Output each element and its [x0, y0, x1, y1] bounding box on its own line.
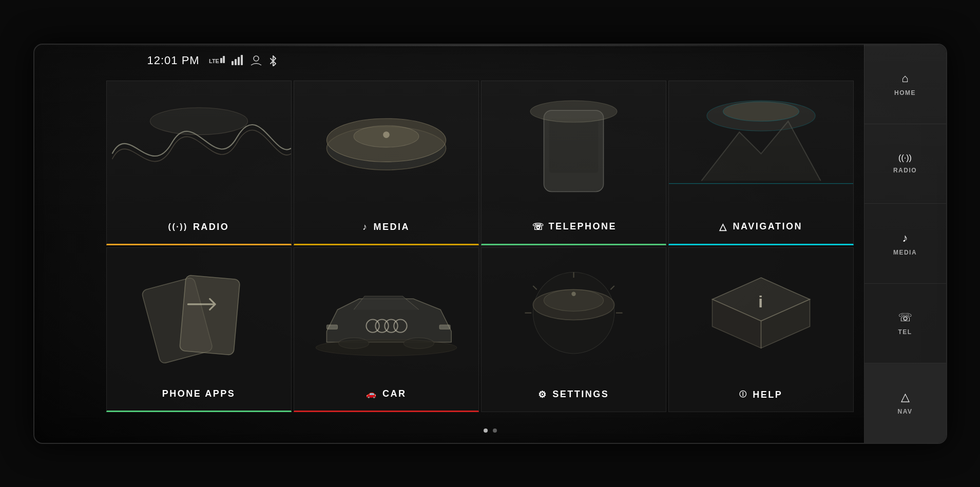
svg-point-17 [723, 102, 799, 121]
page-dot-1[interactable] [484, 428, 488, 433]
sidebar-item-nav[interactable]: △ NAV [864, 363, 946, 442]
settings-icon: ⚙ [538, 389, 548, 400]
right-sidebar: ⌂ HOME ((·)) RADIO ♪ MEDIA ☏ TEL △ NAV [864, 45, 946, 443]
svg-text:i: i [758, 293, 763, 311]
lte-icon: LTE [209, 55, 225, 66]
navigation-label: △ NAVIGATION [719, 221, 802, 232]
tile-telephone[interactable]: ☏ TELEPHONE [481, 81, 666, 245]
svg-rect-27 [326, 325, 337, 329]
navigation-icon: △ [719, 221, 728, 232]
radio-art [107, 81, 291, 216]
page-dot-2[interactable] [493, 428, 497, 433]
svg-text:LTE: LTE [209, 58, 219, 64]
tile-media[interactable]: ♪ MEDIA [294, 81, 479, 245]
main-screen: 12:01 PM LTE [33, 44, 947, 444]
svg-rect-6 [241, 55, 243, 65]
svg-rect-20 [179, 275, 240, 355]
tile-radio[interactable]: ((·)) RADIO [106, 81, 292, 245]
radio-icon-symbol: ((·)) [168, 222, 188, 231]
page-indicators [484, 428, 497, 433]
car-art [294, 248, 478, 382]
settings-art [482, 248, 666, 383]
sidebar-item-radio[interactable]: ((·)) RADIO [864, 124, 946, 204]
user-icon [250, 55, 262, 66]
help-icon: ⓘ [739, 390, 748, 399]
svg-rect-1 [220, 58, 222, 63]
status-bar: 12:01 PM LTE [147, 54, 278, 67]
svg-point-7 [254, 56, 259, 61]
phone-apps-label: PHONE APPS [162, 388, 235, 399]
telephone-icon: ☏ [530, 221, 544, 232]
sidebar-tel-icon: ☏ [898, 311, 912, 324]
svg-line-35 [610, 285, 614, 289]
sidebar-item-media[interactable]: ♪ MEDIA [864, 204, 946, 283]
tile-navigation[interactable]: △ NAVIGATION [668, 81, 854, 245]
sidebar-item-home[interactable]: ⌂ HOME [864, 45, 946, 124]
svg-point-12 [383, 131, 390, 138]
sidebar-media-icon: ♪ [902, 231, 908, 245]
navigation-art [669, 81, 853, 216]
telephone-art [482, 81, 666, 216]
svg-rect-3 [232, 61, 234, 65]
settings-label: ⚙ SETTINGS [538, 389, 609, 400]
svg-point-8 [150, 107, 247, 134]
sidebar-nav-label: NAV [898, 408, 913, 415]
help-art: i [669, 248, 853, 383]
signal-icon [232, 55, 244, 66]
media-art [294, 81, 478, 216]
telephone-label: ☏ TELEPHONE [530, 221, 617, 232]
car-icon: 🚗 [366, 389, 378, 399]
sidebar-media-label: MEDIA [893, 249, 917, 256]
bluetooth-icon [268, 55, 278, 66]
media-label: ♪ MEDIA [362, 222, 410, 232]
phone-apps-art [107, 248, 291, 382]
sidebar-radio-label: RADIO [893, 167, 917, 174]
svg-rect-28 [439, 325, 450, 329]
svg-line-36 [533, 285, 536, 289]
svg-rect-14 [549, 118, 598, 172]
sidebar-radio-icon: ((·)) [898, 153, 912, 163]
home-icon: ⌂ [901, 72, 908, 85]
svg-point-33 [571, 291, 575, 296]
svg-rect-2 [223, 56, 225, 63]
sidebar-home-label: HOME [894, 89, 916, 96]
status-icons: LTE [209, 55, 278, 66]
main-grid: ((·)) RADIO ♪ MEDIA [106, 81, 854, 412]
sidebar-tel-label: TEL [898, 328, 912, 336]
tile-settings[interactable]: ⚙ SETTINGS [481, 247, 666, 412]
radio-label: ((·)) RADIO [168, 222, 229, 232]
svg-point-29 [316, 339, 457, 356]
svg-point-15 [530, 101, 617, 122]
sidebar-nav-icon: △ [901, 391, 910, 404]
status-time: 12:01 PM [147, 54, 200, 67]
help-label: ⓘ HELP [739, 389, 783, 400]
tile-car[interactable]: 🚗 CAR [294, 247, 479, 412]
car-label: 🚗 CAR [366, 388, 407, 399]
tile-help[interactable]: i ⓘ HELP [668, 247, 854, 412]
tile-phone-apps[interactable]: PHONE APPS [106, 247, 292, 412]
sidebar-item-tel[interactable]: ☏ TEL [864, 284, 946, 363]
svg-rect-4 [235, 59, 237, 65]
media-note-icon: ♪ [362, 222, 369, 232]
svg-rect-5 [238, 57, 240, 65]
